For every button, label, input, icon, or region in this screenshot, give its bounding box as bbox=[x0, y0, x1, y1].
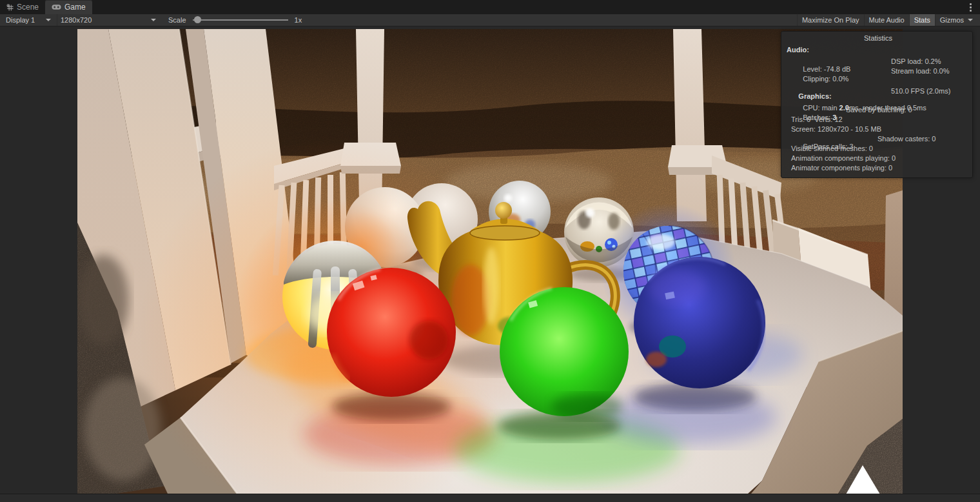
statistics-panel: Statistics Audio: Level: -74.8 dB DSP lo… bbox=[781, 31, 973, 178]
scene-grid-icon bbox=[6, 4, 14, 11]
animator-row: Animator components playing: 0 bbox=[787, 164, 970, 173]
game-render-viewport[interactable] bbox=[77, 29, 903, 494]
animation-row: Animation components playing: 0 bbox=[787, 154, 970, 163]
red-glossy-sphere bbox=[327, 268, 456, 421]
scale-value: 1x bbox=[295, 16, 302, 24]
display-dropdown[interactable]: Display 1 bbox=[3, 14, 54, 26]
tris-verts-row: Tris: 6 Verts: 12 bbox=[787, 115, 970, 125]
screen-row: Screen: 1280x720 - 10.5 MB bbox=[787, 125, 970, 134]
setpass-row: SetPass calls: 3 Shadow casters: 0 bbox=[787, 135, 970, 144]
window-bottom-strip bbox=[0, 494, 980, 502]
chevron-down-icon bbox=[151, 19, 156, 21]
maximize-on-play-button[interactable]: Maximize On Play bbox=[797, 14, 864, 26]
scale-slider[interactable] bbox=[193, 14, 288, 26]
tab-game-label: Game bbox=[64, 3, 86, 12]
stats-button[interactable]: Stats bbox=[909, 14, 935, 26]
tab-scene[interactable]: Scene bbox=[0, 0, 45, 14]
audio-clipping-row: Clipping: 0.0% Stream load: 0.0% bbox=[787, 67, 970, 76]
fps-value: 510.0 FPS (2.0ms) bbox=[891, 87, 950, 95]
visible-skinned-row: Visible skinned meshes: 0 bbox=[787, 145, 970, 154]
scale-slider-thumb[interactable] bbox=[194, 16, 201, 23]
resolution-dropdown[interactable]: 1280x720 bbox=[57, 14, 159, 26]
toolbar-right-buttons: Maximize On Play Mute Audio Stats Gizmos bbox=[797, 14, 977, 26]
chevron-down-icon bbox=[46, 19, 51, 21]
batches-row: Batches: 3 Saved by batching: 0 bbox=[787, 106, 970, 115]
cpu-row: CPU: main 2.0ms render thread 0.5ms bbox=[787, 96, 970, 105]
gizmos-button[interactable]: Gizmos bbox=[935, 14, 977, 26]
audio-level-row: Level: -74.8 dB DSP load: 0.2% bbox=[787, 57, 970, 66]
tab-game[interactable]: Game bbox=[45, 0, 92, 14]
tab-bar: Scene Game bbox=[0, 0, 980, 14]
audio-heading: Audio: bbox=[787, 46, 970, 55]
game-view-toolbar: Display 1 1280x720 Scale 1x Maximize On … bbox=[0, 14, 980, 26]
gamepad-icon bbox=[52, 4, 61, 10]
graphics-heading-row: Graphics: 510.0 FPS (2.0ms) bbox=[787, 85, 970, 94]
scene-svg bbox=[77, 29, 903, 494]
scale-label: Scale bbox=[168, 16, 186, 24]
mute-audio-button[interactable]: Mute Audio bbox=[864, 14, 909, 26]
scale-slider-track[interactable] bbox=[193, 19, 288, 21]
chevron-down-icon bbox=[968, 19, 973, 21]
tab-scene-label: Scene bbox=[17, 3, 39, 12]
unity-game-window: Scene Game Display 1 1280x720 Scale 1x M… bbox=[0, 0, 980, 502]
statistics-title: Statistics bbox=[787, 34, 970, 43]
window-menu-kebab-icon[interactable] bbox=[966, 2, 975, 12]
